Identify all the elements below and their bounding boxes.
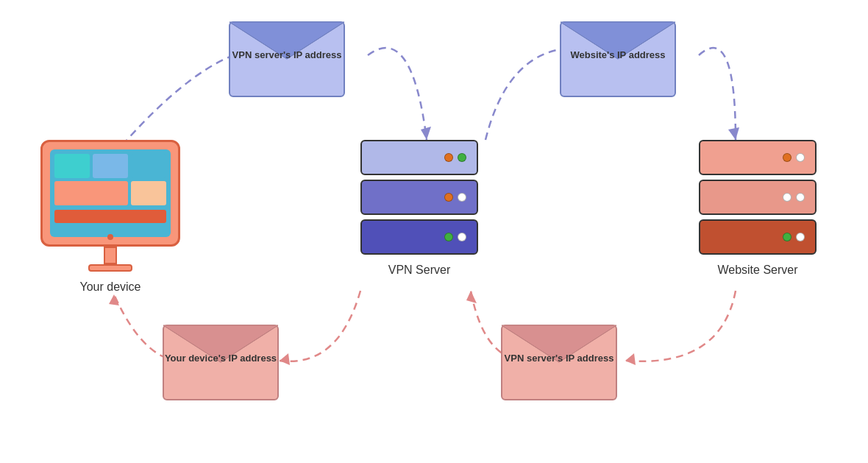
vpn-server-unit-2 bbox=[360, 180, 478, 215]
svg-marker-5 bbox=[466, 291, 477, 303]
web-server-label: Website Server bbox=[717, 264, 797, 277]
monitor-screen bbox=[50, 149, 171, 237]
monitor-base bbox=[88, 264, 132, 272]
screen-block-5 bbox=[54, 210, 166, 223]
svg-marker-4 bbox=[625, 353, 636, 365]
envelope-vpn-ip-bottom: VPN server's IP address bbox=[500, 324, 618, 401]
vpn-dot-white-1 bbox=[458, 193, 466, 202]
vpn-server-section: VPN Server bbox=[360, 140, 478, 277]
vpn-dot-orange-1 bbox=[444, 153, 453, 162]
web-server-unit-2 bbox=[699, 180, 817, 215]
screen-block-2 bbox=[93, 154, 128, 178]
monitor bbox=[40, 140, 180, 247]
screen-block-3 bbox=[131, 154, 166, 178]
vpn-dot-green-1 bbox=[458, 153, 466, 162]
vpn-ip-bottom-label: VPN server's IP address bbox=[500, 352, 618, 365]
web-dot-orange-1 bbox=[783, 153, 791, 162]
web-dot-white-3 bbox=[796, 193, 805, 202]
vpn-diagram: Your device VPN Server bbox=[0, 0, 868, 463]
envelope-device-ip-bottom: Your device's IP address bbox=[162, 324, 280, 401]
device-section: Your device bbox=[40, 140, 180, 294]
vpn-dot-green-2 bbox=[444, 233, 453, 241]
screen-block-4 bbox=[54, 181, 128, 205]
device-label: Your device bbox=[79, 280, 140, 294]
vpn-server-unit-3 bbox=[360, 219, 478, 255]
web-server-unit-3 bbox=[699, 219, 817, 255]
vpn-server-unit-1 bbox=[360, 140, 478, 175]
web-dot-white-1 bbox=[796, 153, 805, 162]
svg-marker-1 bbox=[421, 127, 431, 140]
monitor-stand bbox=[104, 247, 117, 264]
screen-block-1 bbox=[54, 154, 90, 178]
web-dot-white-4 bbox=[796, 233, 805, 241]
vpn-server-rack bbox=[360, 140, 478, 255]
envelope-website-ip-top: Website's IP address bbox=[559, 21, 677, 98]
vpn-dot-white-2 bbox=[458, 233, 466, 241]
svg-marker-7 bbox=[109, 294, 119, 305]
monitor-dot bbox=[107, 234, 113, 240]
screen-block-6 bbox=[131, 181, 166, 205]
web-dot-white-2 bbox=[783, 193, 791, 202]
envelope-vpn-ip-top: VPN server's IP address bbox=[228, 21, 346, 98]
vpn-server-label: VPN Server bbox=[388, 264, 450, 277]
svg-marker-3 bbox=[728, 127, 739, 140]
vpn-dot-orange-2 bbox=[444, 193, 453, 202]
vpn-ip-top-label: VPN server's IP address bbox=[228, 49, 346, 62]
web-server-unit-1 bbox=[699, 140, 817, 175]
web-server-section: Website Server bbox=[699, 140, 817, 277]
web-dot-green-1 bbox=[783, 233, 791, 241]
svg-marker-6 bbox=[280, 353, 290, 365]
web-server-rack bbox=[699, 140, 817, 255]
website-ip-top-label: Website's IP address bbox=[559, 49, 677, 62]
device-ip-bottom-label: Your device's IP address bbox=[162, 352, 280, 365]
